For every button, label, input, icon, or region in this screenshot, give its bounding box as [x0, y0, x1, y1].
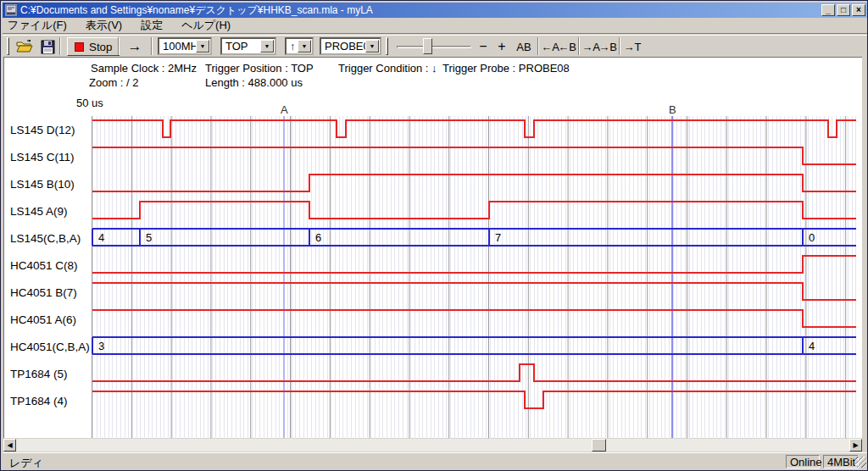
run-forward-button[interactable]: →	[123, 36, 147, 57]
waveform-trace	[92, 202, 856, 219]
menu-view[interactable]: 表示(V)	[86, 18, 122, 33]
bus-value-label: 6	[315, 231, 321, 244]
channel-label: HC4051 A(6)	[10, 313, 76, 326]
status-bar: レディ Online 4MBit	[3, 452, 867, 469]
open-folder-icon	[16, 40, 33, 53]
bus-value-label: 5	[146, 231, 152, 244]
channel-label: TP1684 (5)	[10, 368, 68, 380]
bus-value-label: 7	[495, 231, 501, 244]
stop-button[interactable]: Stop	[67, 37, 120, 56]
goto-marker-a-left-button[interactable]: ←A	[542, 36, 559, 57]
channel-label: TP1684 (4)	[10, 395, 68, 407]
sample-clock-select[interactable]: 100MHz ▼	[158, 37, 212, 55]
application-window: C:¥Documents and Settings¥noname¥デスクトップ¥…	[0, 0, 868, 471]
bus-value-label: 3	[98, 340, 104, 352]
zoom-in-button[interactable]: +	[494, 36, 509, 57]
toolbar: Stop → 100MHz ▼ TOP ▼ ↑ ▼ PROBE00 ▼ − + …	[3, 35, 867, 57]
goto-marker-b-right-button[interactable]: →B	[599, 36, 616, 57]
channel-label: LS145(C,B,A)	[10, 232, 81, 245]
chevron-down-icon[interactable]: ▼	[365, 40, 379, 53]
channel-label: LS145 D(12)	[10, 124, 75, 136]
toolbar-grip[interactable]	[7, 37, 9, 55]
waveform-trace	[92, 283, 856, 300]
horizontal-scrollbar[interactable]: ◀ ▶	[3, 439, 862, 452]
maximize-button[interactable]: □	[837, 4, 850, 16]
chevron-down-icon[interactable]: ▼	[196, 40, 209, 53]
waveform-trace	[92, 310, 856, 327]
toolbar-separator	[578, 37, 580, 55]
zoom-slider-track[interactable]	[397, 46, 471, 48]
minimize-button[interactable]: _	[821, 4, 835, 16]
trigger-edge-select[interactable]: ↑ ▼	[285, 37, 314, 55]
toolbar-separator	[537, 37, 539, 55]
waveform-trace	[92, 120, 856, 137]
channel-label: LS145 C(11)	[10, 151, 75, 163]
stop-icon	[75, 42, 84, 52]
right-arrow-icon: ▶	[853, 441, 858, 449]
window-title: C:¥Documents and Settings¥noname¥デスクトップ¥…	[20, 3, 373, 18]
channel-label: HC4051(C,B,A)	[10, 341, 90, 353]
status-online: Online	[786, 455, 820, 468]
menu-file[interactable]: ファイル(F)	[8, 18, 67, 33]
bus-value-label: 4	[809, 340, 815, 352]
marker-b-label: B	[669, 103, 676, 116]
goto-trigger-button[interactable]: →T	[624, 36, 641, 57]
scrollbar-thumb[interactable]	[592, 439, 606, 452]
waveform-panel: Sample Clock : 2MHz Trigger Position : T…	[3, 57, 862, 438]
goto-marker-a-right-button[interactable]: →A	[582, 36, 599, 57]
waveform-trace	[92, 364, 856, 381]
waveform-trace	[92, 256, 856, 273]
toolbar-separator	[619, 37, 620, 55]
channel-label: HC4051 B(7)	[10, 286, 77, 299]
toolbar-grip	[386, 37, 388, 55]
title-bar: C:¥Documents and Settings¥noname¥デスクトップ¥…	[3, 3, 867, 18]
trigger-probe-select[interactable]: PROBE00 ▼	[320, 37, 381, 55]
toolbar-separator	[59, 37, 61, 55]
status-message: レディ	[9, 456, 43, 471]
goto-marker-b-left-button[interactable]: ←B	[559, 36, 576, 57]
channel-label: HC4051 C(8)	[10, 259, 78, 272]
chevron-down-icon[interactable]: ▼	[298, 40, 311, 53]
left-arrow-icon: ◀	[7, 441, 12, 449]
menu-help[interactable]: ヘルプ(H)	[181, 18, 231, 33]
resize-grip[interactable]	[855, 457, 866, 468]
zoom-slider-thumb[interactable]	[423, 38, 432, 54]
marker-a-label: A	[281, 103, 288, 116]
zoom-out-button[interactable]: −	[476, 36, 491, 57]
open-file-button[interactable]	[14, 36, 35, 57]
save-file-button[interactable]	[37, 36, 58, 57]
channel-label: LS145 A(9)	[10, 205, 68, 218]
waveform-trace	[92, 147, 856, 164]
trigger-position-select[interactable]: TOP ▼	[220, 37, 276, 55]
app-icon	[5, 4, 17, 16]
save-floppy-icon	[41, 40, 55, 54]
status-memory: 4MBit	[823, 455, 859, 468]
chevron-down-icon[interactable]: ▼	[260, 40, 274, 53]
scroll-right-button[interactable]: ▶	[849, 439, 862, 452]
waveform-trace	[92, 175, 856, 191]
waveform-trace	[92, 391, 856, 408]
menu-settings[interactable]: 設定	[141, 18, 163, 33]
bus-value-label: 0	[809, 231, 815, 244]
zoom-ab-button[interactable]: AB	[513, 36, 535, 57]
toolbar-separator	[151, 37, 153, 55]
bus-value-label: 4	[98, 231, 104, 244]
menu-bar: ファイル(F) 表示(V) 設定 ヘルプ(H)	[3, 18, 867, 34]
waveform-canvas: ABLS145 D(12)LS145 C(11)LS145 B(10)LS145…	[4, 58, 863, 439]
toolbar-separator	[118, 37, 120, 55]
channel-label: LS145 B(10)	[10, 178, 75, 191]
scroll-left-button[interactable]: ◀	[3, 439, 16, 452]
close-button[interactable]: ×	[852, 4, 865, 16]
